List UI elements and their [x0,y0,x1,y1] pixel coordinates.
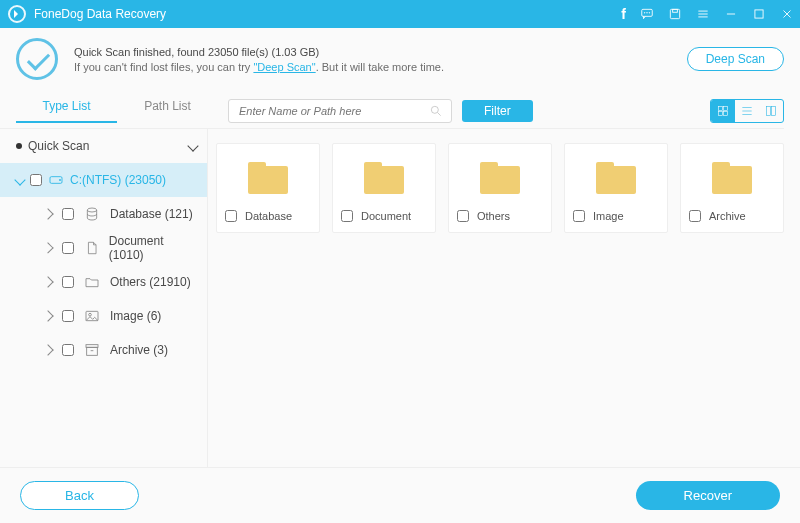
sidebar-item-checkbox[interactable] [62,208,74,220]
svg-rect-20 [86,345,98,348]
toolbar: Type List Path List Filter [0,94,800,128]
svg-rect-4 [670,9,679,18]
folder-icon [480,162,520,194]
menu-icon[interactable] [696,7,710,21]
sidebar-drive[interactable]: C:(NTFS) (23050) [0,163,207,197]
titlebar: FoneDog Data Recovery f [0,0,800,28]
sidebar: Quick Scan C:(NTFS) (23050) Database (12… [0,128,208,506]
folder-tile-document[interactable]: Document [332,143,436,233]
chevron-down-icon [187,140,198,151]
svg-point-18 [89,313,92,316]
svg-point-1 [644,13,645,14]
chevron-right-icon [42,344,53,355]
svg-rect-11 [724,112,728,116]
sidebar-drive-checkbox[interactable] [30,174,42,186]
sidebar-item-checkbox[interactable] [62,310,74,322]
folder-tile-image[interactable]: Image [564,143,668,233]
sidebar-item-image[interactable]: Image (6) [0,299,207,333]
chevron-right-icon [42,208,53,219]
folder-icon [84,274,100,290]
sidebar-item-document[interactable]: Document (1010) [0,231,207,265]
sidebar-item-archive[interactable]: Archive (3) [0,333,207,367]
folder-checkbox[interactable] [573,210,585,222]
folder-icon [596,162,636,194]
maximize-icon[interactable] [752,7,766,21]
facebook-icon[interactable]: f [621,6,626,22]
folder-tile-others[interactable]: Others [448,143,552,233]
status-line-2: If you can't find lost files, you can tr… [74,61,444,73]
document-icon [84,240,99,256]
svg-rect-8 [718,106,722,110]
folder-checkbox[interactable] [225,210,237,222]
svg-point-3 [649,13,650,14]
svg-point-15 [59,179,60,180]
chevron-right-icon [42,310,53,321]
app-title: FoneDog Data Recovery [34,7,166,21]
tab-path-list[interactable]: Path List [117,99,218,123]
svg-rect-19 [87,347,98,355]
search-input[interactable] [237,104,429,118]
folder-icon [712,162,752,194]
svg-rect-14 [50,177,62,184]
filter-button[interactable]: Filter [462,100,533,122]
folder-label: Others [477,210,510,222]
deep-scan-button[interactable]: Deep Scan [687,47,784,71]
sidebar-root-quick-scan[interactable]: Quick Scan [0,129,207,163]
sidebar-item-label: Document (1010) [109,234,197,262]
svg-rect-9 [724,106,728,110]
folder-icon [364,162,404,194]
sidebar-drive-label: C:(NTFS) (23050) [70,173,166,187]
sidebar-item-others[interactable]: Others (21910) [0,265,207,299]
svg-rect-5 [673,9,678,12]
database-icon [84,206,100,222]
folder-checkbox[interactable] [689,210,701,222]
folder-label: Document [361,210,411,222]
folder-grid: Database Document Others Image Archive [208,128,784,506]
chevron-right-icon [42,276,53,287]
back-button[interactable]: Back [20,481,139,510]
svg-rect-12 [766,106,770,115]
close-icon[interactable] [780,7,794,21]
status-panel: Quick Scan finished, found 23050 file(s)… [0,28,800,94]
drive-icon [48,172,64,188]
view-mode-group [710,99,784,123]
folder-tile-database[interactable]: Database [216,143,320,233]
checkmark-icon [16,38,58,80]
search-box[interactable] [228,99,452,123]
footer: Back Recover [0,467,800,523]
folder-tile-archive[interactable]: Archive [680,143,784,233]
view-grid-button[interactable] [711,100,735,122]
sidebar-item-checkbox[interactable] [62,344,74,356]
sidebar-item-label: Database (121) [110,207,193,221]
svg-rect-10 [718,112,722,116]
minimize-icon[interactable] [724,7,738,21]
folder-checkbox[interactable] [457,210,469,222]
chevron-right-icon [42,242,53,253]
recover-button[interactable]: Recover [636,481,780,510]
sidebar-root-label: Quick Scan [28,139,89,153]
folder-icon [248,162,288,194]
folder-label: Image [593,210,624,222]
tab-type-list[interactable]: Type List [16,99,117,123]
archive-icon [84,342,100,358]
folder-checkbox[interactable] [341,210,353,222]
sidebar-item-database[interactable]: Database (121) [0,197,207,231]
deep-scan-link[interactable]: "Deep Scan" [253,61,315,73]
view-list-button[interactable] [735,100,759,122]
svg-rect-13 [772,106,776,115]
svg-point-2 [647,13,648,14]
status-line-1: Quick Scan finished, found 23050 file(s)… [74,46,444,58]
sidebar-item-label: Archive (3) [110,343,168,357]
view-detail-button[interactable] [759,100,783,122]
bullet-icon [16,143,22,149]
sidebar-item-label: Others (21910) [110,275,191,289]
svg-point-7 [431,106,438,113]
feedback-icon[interactable] [640,7,654,21]
folder-label: Database [245,210,292,222]
sidebar-item-checkbox[interactable] [62,242,74,254]
sidebar-item-label: Image (6) [110,309,161,323]
sidebar-item-checkbox[interactable] [62,276,74,288]
chevron-down-icon [14,174,25,185]
save-icon[interactable] [668,7,682,21]
folder-label: Archive [709,210,746,222]
